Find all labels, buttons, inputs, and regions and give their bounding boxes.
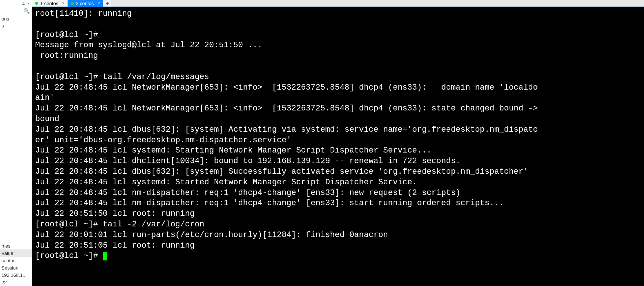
sidebar-search-row[interactable]: 🔍	[0, 7, 32, 15]
tab-bar: 1 centos×2 centos× +	[32, 0, 644, 7]
status-dot-icon	[71, 2, 74, 5]
session-tab[interactable]: 1 centos×	[32, 0, 68, 7]
sidebar-panel: ⊥ × 🔍 onss rtiesValuecentosSession192.16…	[0, 0, 32, 286]
status-dot-icon	[35, 2, 38, 5]
session-tab[interactable]: 2 centos×	[68, 0, 103, 7]
add-tab-button[interactable]: +	[103, 0, 111, 7]
property-row: Session	[0, 264, 32, 271]
sidebar-item[interactable]: s	[0, 22, 32, 29]
search-icon: 🔍	[23, 8, 30, 14]
property-row: 22	[0, 279, 32, 286]
close-panel-icon[interactable]: ×	[27, 1, 30, 5]
terminal-prompt: [root@lcl ~]#	[35, 251, 103, 260]
sidebar-item[interactable]: ons	[0, 15, 32, 22]
property-row: centos	[0, 257, 32, 264]
close-tab-icon[interactable]: ×	[97, 1, 100, 6]
tab-label: 2 centos	[76, 1, 94, 6]
terminal[interactable]: root[11410]: running [root@lcl ~]# Messa…	[32, 7, 644, 286]
close-tab-icon[interactable]: ×	[62, 1, 64, 6]
properties-section: rtiesValuecentosSession192.168.1...22	[0, 242, 32, 286]
property-row: rties	[0, 242, 32, 249]
panel-controls: ⊥ ×	[0, 0, 32, 7]
terminal-output: root[11410]: running [root@lcl ~]# Messa…	[35, 9, 538, 250]
property-row: 192.168.1...	[0, 271, 32, 279]
tab-label: 1 centos	[40, 1, 58, 6]
cursor	[103, 252, 107, 260]
property-row: Value	[0, 249, 32, 257]
pin-icon[interactable]: ⊥	[22, 1, 25, 6]
